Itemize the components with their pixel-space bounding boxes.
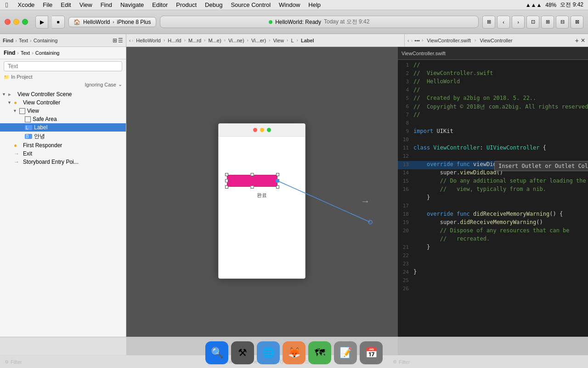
- breadcrumb-item-7[interactable]: View: [271, 37, 286, 44]
- menu-xcode[interactable]: Xcode: [13, 1, 39, 8]
- breadcrumb-item-6[interactable]: Vi...er): [249, 37, 268, 44]
- code-line-5: 5 // Created by a2big on 2018. 5. 22..: [398, 95, 588, 103]
- code-breadcrumb-dots[interactable]: •••: [414, 38, 420, 43]
- next-button[interactable]: ›: [512, 16, 525, 29]
- dock-calendar[interactable]: 📅: [360, 341, 383, 364]
- code-breadcrumb-file[interactable]: ViewController.swift: [425, 37, 473, 44]
- arrow-label: ▼: [18, 125, 25, 130]
- icon-btn: B: [25, 134, 32, 139]
- breadcrumb-item-4[interactable]: M...e): [206, 37, 223, 44]
- close-button[interactable]: [5, 19, 11, 25]
- case-dropdown-icon[interactable]: ⌄: [118, 81, 122, 87]
- handle-tm[interactable]: [251, 173, 254, 176]
- find-breadcrumb-containing: Containing: [34, 38, 58, 43]
- dock-notes[interactable]: 📝: [334, 341, 357, 364]
- dock-firefox[interactable]: 🦊: [283, 341, 305, 364]
- grid-icon[interactable]: ⊞: [113, 37, 117, 44]
- tree-item-safe-area[interactable]: ▼ Safe Area: [0, 115, 126, 123]
- menu-find[interactable]: Find: [96, 1, 116, 8]
- breadcrumb-item-1[interactable]: HelloWorld: [134, 37, 163, 44]
- prev-button[interactable]: ‹: [497, 16, 510, 29]
- label-fr: First Responder: [23, 142, 62, 149]
- icon-fr: ●: [14, 142, 21, 149]
- handle-bm[interactable]: [251, 185, 254, 189]
- nav-next[interactable]: ›: [132, 38, 134, 43]
- menu-window[interactable]: Window: [275, 1, 304, 8]
- code-line-13[interactable]: 13 override func viewDid Insert Outlet o…: [398, 161, 588, 169]
- handle-br[interactable]: [276, 185, 279, 189]
- arrow-vc: ▼: [7, 100, 14, 105]
- code-content[interactable]: 1 // 2 // ViewController.swift 3 // Hell…: [398, 60, 588, 355]
- tree-item-button[interactable]: ▼ B 안녕: [0, 132, 126, 141]
- tree-item-vcs[interactable]: ▼ ▸ View Controller Scene: [0, 90, 126, 98]
- line-num-6: 6: [398, 103, 413, 111]
- handle-tl[interactable]: [225, 173, 228, 176]
- add-editor-button[interactable]: +: [575, 37, 579, 44]
- code-nav-prev[interactable]: ‹: [407, 38, 409, 43]
- menu-product[interactable]: Product: [172, 1, 201, 8]
- line-num-20b: [398, 236, 413, 244]
- find-containing-option[interactable]: Containing: [35, 50, 60, 56]
- tree-item-label[interactable]: ▼ L Label: [0, 123, 126, 132]
- list-icon[interactable]: ☰: [118, 37, 123, 44]
- breadcrumb-item-label[interactable]: Label: [299, 37, 316, 44]
- find-text-option[interactable]: Text: [21, 50, 30, 56]
- code-line-26: 26: [398, 285, 588, 293]
- iphone-frame: 완료: [218, 123, 305, 279]
- line-content-3: // HelloWorld: [413, 78, 588, 86]
- maximize-button[interactable]: [22, 19, 28, 25]
- code-nav-next[interactable]: ›: [411, 38, 413, 43]
- apple-menu[interactable]: : [0, 1, 13, 9]
- handle-bl[interactable]: [225, 185, 228, 189]
- tree-item-storyboard-entry[interactable]: ▼ → Storyboard Entry Poi...: [0, 158, 126, 166]
- breadcrumb-sep2: ›: [30, 38, 32, 43]
- label-exit: Exit: [23, 150, 32, 157]
- nav-prev[interactable]: ‹: [129, 38, 131, 43]
- label-view: View: [27, 108, 39, 114]
- utilities-toggle[interactable]: ⊠: [571, 16, 583, 29]
- line-num-25: 25: [398, 277, 413, 285]
- traffic-lights: [5, 19, 28, 25]
- editor-layout1[interactable]: ⊡: [526, 16, 539, 29]
- menu-navigate[interactable]: Navigate: [116, 1, 148, 8]
- handle-mr[interactable]: [276, 179, 279, 183]
- menu-editor[interactable]: Editor: [148, 1, 172, 8]
- play-button[interactable]: ▶: [35, 16, 48, 29]
- dock-safari[interactable]: 🌐: [257, 341, 280, 364]
- breadcrumb-item-8[interactable]: L: [289, 37, 295, 44]
- breadcrumb-item-2[interactable]: H...rld: [166, 37, 183, 44]
- dock-xcode[interactable]: ⚒: [231, 341, 254, 364]
- tree-item-first-responder[interactable]: ▼ ● First Responder: [0, 141, 126, 150]
- handle-tr[interactable]: [276, 173, 279, 176]
- find-panel: Find › Text › Containing 📁 In Project Ig…: [0, 47, 126, 355]
- dock-maps[interactable]: 🗺: [308, 341, 331, 364]
- tree-item-exit[interactable]: ▼ → Exit: [0, 150, 126, 158]
- nav-dot-yellow: [260, 128, 264, 132]
- tree-item-vc[interactable]: ▼ ● View Controller: [0, 98, 126, 107]
- close-editor-button[interactable]: ✕: [581, 37, 585, 44]
- stop-button[interactable]: ■: [52, 16, 65, 29]
- menu-edit[interactable]: Edit: [57, 1, 75, 8]
- find-search-input[interactable]: [4, 61, 122, 71]
- battery-status: 48%: [545, 2, 556, 8]
- handle-ml[interactable]: [225, 179, 228, 183]
- code-breadcrumb-class[interactable]: ViewController: [478, 37, 514, 44]
- minimize-button[interactable]: [13, 19, 19, 25]
- breadcrumb-item-5[interactable]: Vi...ne): [226, 37, 246, 44]
- navigator-toggle[interactable]: ⊞: [482, 16, 495, 29]
- dock-finder[interactable]: 🔍: [205, 341, 228, 364]
- menu-file[interactable]: File: [39, 1, 57, 8]
- menu-help[interactable]: Help: [304, 1, 325, 8]
- menu-debug[interactable]: Debug: [201, 1, 226, 8]
- breadcrumb-item-3[interactable]: M...rd: [187, 37, 203, 44]
- scheme-selector[interactable]: 🏠 HelloWorld › iPhone 8 Plus: [68, 17, 156, 27]
- line-num-23: 23: [398, 260, 413, 269]
- menu-view[interactable]: View: [75, 1, 96, 8]
- editor-layout3[interactable]: ⊟: [556, 16, 569, 29]
- menu-source-control[interactable]: Source Control: [226, 1, 275, 8]
- code-line-8: 8: [398, 120, 588, 128]
- tree-item-view[interactable]: ▼ View: [0, 107, 126, 115]
- main-content: Find › Text › Containing 📁 In Project Ig…: [0, 47, 588, 355]
- editor-layout2[interactable]: ⊞: [541, 16, 554, 29]
- label-canvas-container[interactable]: [227, 175, 277, 187]
